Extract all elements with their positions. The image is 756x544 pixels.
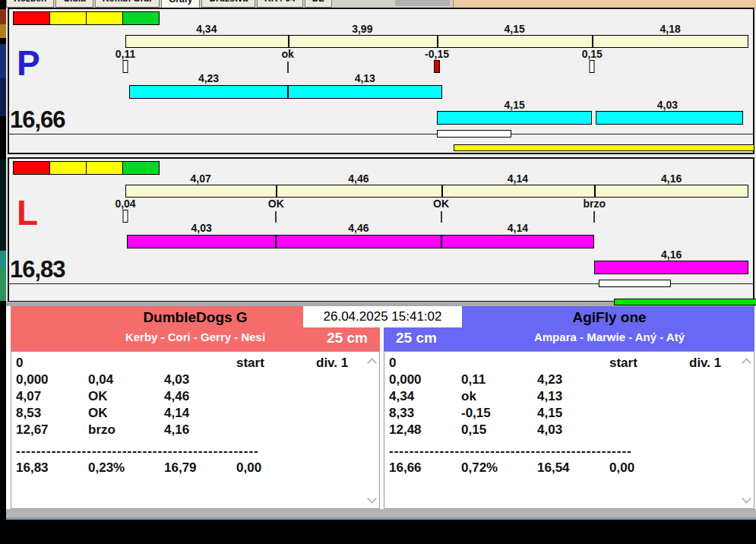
- team-card-left: DumbleDogs G Kerby - Cori - Gerry - Nesi…: [11, 306, 380, 509]
- table-row: 4,07OK4,46: [16, 389, 379, 406]
- split-time-label: 4,07: [191, 172, 211, 185]
- dog-time-label: 4,15: [505, 99, 525, 111]
- status-square: [49, 161, 87, 175]
- table-row: 12,480,154,03: [389, 422, 754, 439]
- team-card-right: AgiFly one Ampara - Marwie - Aný - Atý 2…: [384, 306, 754, 509]
- table-cell: 4,46: [164, 389, 236, 404]
- tab-družstva[interactable]: Družstva: [201, 0, 255, 8]
- changeover-label: 0,11: [115, 48, 135, 60]
- split-time-bar: [125, 35, 748, 48]
- table-cell: 4,03: [537, 422, 609, 438]
- progress-bar: [614, 299, 756, 305]
- scroll-down-icon[interactable]: [367, 494, 377, 504]
- desktop-edge-segment: [0, 24, 6, 38]
- tab-label: Rozběh: [14, 0, 46, 4]
- table-cell: 16,79: [164, 460, 236, 476]
- changeover-label: OK: [433, 198, 449, 210]
- table-cell: start: [236, 356, 316, 371]
- split-time-label: 4,14: [508, 172, 528, 185]
- table-row: 4,34ok4,13: [389, 389, 754, 406]
- table-cell: 0,00: [236, 460, 316, 476]
- changeover-tick-line: [441, 211, 442, 223]
- tab-label: Kombi Graf: [103, 0, 152, 4]
- lane-label: L: [17, 195, 38, 230]
- table-cell: 4,15: [537, 406, 609, 421]
- tab-kombi-graf[interactable]: Kombi Graf: [95, 0, 160, 8]
- changeover-label: 0,04: [115, 198, 135, 210]
- desktop-edge-segment: [0, 44, 6, 78]
- table-cell: 4,23: [537, 372, 609, 387]
- table-cell: ok: [461, 389, 537, 404]
- desktop-edge-segment: [0, 267, 6, 301]
- timestamp: 26.04.2025 15:41:02: [303, 306, 462, 327]
- split-time-label: 4,34: [196, 23, 217, 35]
- team-dogs: Kerby - Cori - Gerry - Nesi: [11, 331, 380, 343]
- changeover-tick-line: [593, 211, 595, 223]
- table-row: 16,660,72%16,540,00: [389, 460, 754, 477]
- changeover-label: ok: [281, 48, 293, 60]
- table-cell: 16,66: [389, 460, 461, 476]
- dog-run-bar: [594, 261, 748, 274]
- tab-label: DZ: [312, 0, 324, 4]
- table-row: 0startdiv. 1: [389, 356, 754, 372]
- changeover-tick-red-box: [434, 60, 440, 73]
- table-cell: 0,04: [88, 372, 164, 387]
- desktop-edge-segment: [0, 160, 6, 251]
- table-row: 16,830,23%16,790,00: [16, 460, 379, 477]
- table-cell: 0,000: [389, 372, 461, 387]
- tab-kr-04[interactable]: KR / 04: [257, 0, 303, 8]
- table-row: 12,67brzo4,16: [16, 422, 379, 439]
- status-square: [13, 11, 50, 25]
- split-divider: [288, 36, 289, 47]
- results-section: DumbleDogs G Kerby - Cori - Gerry - Nesi…: [6, 306, 756, 509]
- split-divider: [594, 185, 596, 197]
- window-bottom-edge: [6, 509, 756, 520]
- status-square: [13, 161, 50, 175]
- table-cell: 4,13: [537, 389, 609, 404]
- split-time-label: 4,18: [660, 23, 681, 35]
- scroll-down-icon[interactable]: [742, 494, 751, 504]
- table-row: 0startdiv. 1: [16, 356, 379, 372]
- tab-label: Družstva: [209, 0, 248, 4]
- table-cell: 0,72%: [461, 460, 537, 476]
- marker-box: [437, 130, 511, 138]
- tab-rozběh[interactable]: Rozběh: [6, 0, 54, 8]
- dog-time-label: 4,16: [661, 248, 682, 261]
- progress-bar: [454, 144, 754, 151]
- tab-grafy[interactable]: Grafy: [161, 0, 200, 8]
- desktop-edge: [0, 0, 6, 544]
- changeover-label: 0,15: [582, 48, 603, 60]
- split-divider: [441, 185, 443, 197]
- marker-box: [599, 280, 671, 287]
- lane-P: P16,664,343,994,154,180,11ok-0,150,154,2…: [6, 8, 756, 157]
- total-time: 16,83: [10, 256, 65, 283]
- results-listbox-right[interactable]: 0startdiv. 10,0000,114,234,34ok4,138,33-…: [384, 351, 754, 509]
- results-listbox-left[interactable]: 0startdiv. 10,0000,044,034,07OK4,468,53O…: [11, 351, 380, 509]
- split-divider: [437, 36, 438, 47]
- tab-čidla[interactable]: Čidla: [55, 0, 93, 8]
- table-cell: 8,33: [389, 406, 461, 421]
- table-cell: div. 1: [689, 356, 750, 371]
- table-cell: 0: [389, 356, 461, 371]
- toolbar-spacer: [395, 0, 450, 6]
- table-cell: 4,03: [164, 372, 236, 387]
- tab-label: Čidla: [63, 0, 85, 4]
- table-cell: OK: [88, 389, 164, 404]
- table-cell: 4,34: [389, 389, 461, 404]
- chart-panel-P: [8, 8, 754, 154]
- table-cell: 4,07: [16, 389, 88, 404]
- dog-run-bar: [596, 111, 742, 125]
- desktop-edge-segment: [0, 9, 6, 24]
- status-square: [122, 11, 160, 25]
- app-window: RozběhČidlaKombi GrafGrafyDružstvaKR / 0…: [6, 0, 756, 520]
- table-cell: 4,16: [164, 422, 236, 438]
- table-cell: 4,14: [164, 406, 236, 421]
- dog-time-label: 4,03: [657, 99, 678, 111]
- tab-dz[interactable]: DZ: [305, 0, 332, 8]
- dog-run-bar: [129, 85, 287, 99]
- changeover-tick-white-box: [123, 210, 128, 223]
- table-cell: 12,48: [389, 422, 461, 438]
- split-time-label: 4,15: [505, 23, 525, 35]
- table-cell: 0,000: [16, 372, 88, 387]
- status-square: [86, 11, 123, 25]
